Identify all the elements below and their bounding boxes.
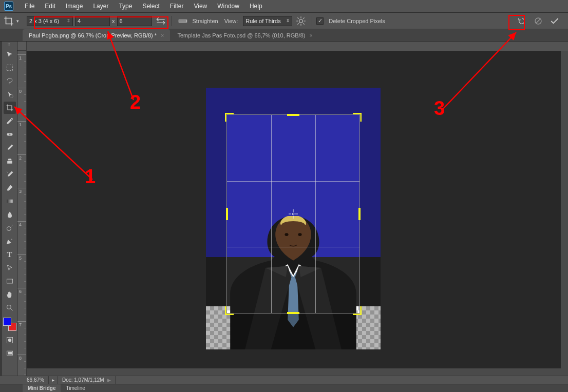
history-brush-tool[interactable] xyxy=(4,168,16,181)
tool-preset-dropdown[interactable]: ▾ xyxy=(16,18,24,24)
divider xyxy=(172,16,172,26)
eyedropper-tool[interactable] xyxy=(4,115,16,127)
dodge-tool[interactable] xyxy=(4,222,16,234)
healing-brush-tool[interactable] xyxy=(4,128,16,141)
document-image[interactable] xyxy=(206,88,381,349)
crop-handle-r[interactable] xyxy=(358,208,361,220)
view-label: View: xyxy=(224,18,238,24)
vertical-ruler[interactable]: 21012345678910 xyxy=(17,51,27,376)
crop-handle-bl[interactable] xyxy=(225,306,234,315)
status-expand-icon[interactable]: ▸ xyxy=(49,376,58,384)
horizontal-scrollbar[interactable] xyxy=(27,368,561,376)
menu-bar: Ps File Edit Image Layer Type Select Fil… xyxy=(0,0,568,13)
crop-handle-t[interactable] xyxy=(287,114,299,116)
tab-timeline[interactable]: Timeline xyxy=(61,384,90,392)
menu-help[interactable]: Help xyxy=(244,1,268,12)
move-tool[interactable] xyxy=(4,48,16,61)
delete-cropped-label[interactable]: Delete Cropped Pixels xyxy=(329,18,385,24)
annotation-number-2: 2 xyxy=(130,91,141,113)
menu-filter[interactable]: Filter xyxy=(165,1,189,12)
document-tab-label: Paul Pogba.png @ 66,7% (Crop Preview, RG… xyxy=(29,32,157,38)
document-tab[interactable]: Paul Pogba.png @ 66,7% (Crop Preview, RG… xyxy=(23,29,170,41)
vertical-scrollbar[interactable] xyxy=(561,51,568,376)
crop-overlay-select[interactable]: Rule of Thirds ⇳ xyxy=(243,16,292,26)
marquee-tool[interactable] xyxy=(4,62,16,74)
menu-select[interactable]: Select xyxy=(137,1,164,12)
crop-center-icon xyxy=(289,209,298,219)
toolbox: ⠿ T xyxy=(2,42,17,376)
divider xyxy=(312,16,312,26)
crop-handle-b[interactable] xyxy=(287,312,299,314)
straighten-icon[interactable] xyxy=(177,15,188,27)
blur-tool[interactable] xyxy=(4,208,16,221)
options-bar: ▾ 2 x 3 (4 x 6) ⇳ 4 x 6 Straighten View:… xyxy=(0,13,568,29)
svg-point-16 xyxy=(292,213,294,215)
zoom-tool[interactable] xyxy=(4,302,16,314)
crop-boundary[interactable] xyxy=(226,114,360,313)
quick-mask-button[interactable] xyxy=(4,334,16,346)
swap-dimensions-button[interactable] xyxy=(155,15,166,27)
annotation-number-3: 3 xyxy=(434,97,445,120)
crop-handle-tr[interactable] xyxy=(352,113,362,122)
menu-type[interactable]: Type xyxy=(113,1,137,12)
lasso-tool[interactable] xyxy=(4,75,16,87)
menu-edit[interactable]: Edit xyxy=(40,1,61,12)
canvas-wrap: 321012345678 21012345678910 xyxy=(17,42,568,376)
status-bar: 66,67% ▸ Doc: 1,07M/1,12M▶ xyxy=(0,376,568,384)
reset-crop-button[interactable] xyxy=(515,15,529,27)
commit-crop-button[interactable] xyxy=(547,15,562,27)
menu-file[interactable]: File xyxy=(20,1,40,12)
menu-image[interactable]: Image xyxy=(61,1,88,12)
crop-preset-select[interactable]: 2 x 3 (4 x 6) ⇳ xyxy=(27,16,73,26)
svg-point-7 xyxy=(7,227,11,231)
color-swatch[interactable] xyxy=(3,318,16,331)
crop-handle-l[interactable] xyxy=(226,208,228,220)
foreground-color-swatch[interactable] xyxy=(3,318,11,326)
doc-size[interactable]: Doc: 1,07M/1,12M▶ xyxy=(58,376,116,384)
crop-handle-br[interactable] xyxy=(352,306,362,315)
crop-options-gear-button[interactable] xyxy=(295,15,307,27)
dimension-separator: x xyxy=(112,18,115,24)
cancel-crop-button[interactable] xyxy=(531,15,545,27)
rectangle-tool[interactable] xyxy=(4,275,16,287)
path-select-tool[interactable] xyxy=(4,262,16,274)
ruler-origin[interactable] xyxy=(17,42,27,51)
app-logo: Ps xyxy=(4,2,13,11)
close-icon[interactable]: × xyxy=(309,32,312,38)
delete-cropped-checkbox[interactable]: ✓ xyxy=(316,17,324,25)
close-icon[interactable]: × xyxy=(161,32,164,38)
straighten-label[interactable]: Straighten xyxy=(193,18,218,24)
canvas[interactable] xyxy=(27,51,568,376)
type-tool[interactable]: T xyxy=(4,248,16,261)
zoom-level[interactable]: 66,67% xyxy=(23,376,49,384)
crop-overlay-value: Rule of Thirds xyxy=(245,18,280,24)
eraser-tool[interactable] xyxy=(4,182,16,194)
panel-grip[interactable]: ⠿ xyxy=(3,44,16,48)
svg-point-11 xyxy=(8,339,11,342)
crop-width-input[interactable]: 4 xyxy=(75,16,110,26)
hand-tool[interactable] xyxy=(4,288,16,301)
svg-point-1 xyxy=(299,19,303,23)
chevron-updown-icon: ⇳ xyxy=(286,18,290,23)
pen-tool[interactable] xyxy=(4,235,16,247)
tab-mini-bridge[interactable]: Mini Bridge xyxy=(23,384,61,392)
svg-rect-3 xyxy=(7,65,12,70)
screen-mode-button[interactable] xyxy=(4,347,16,360)
svg-rect-6 xyxy=(7,200,12,203)
gradient-tool[interactable] xyxy=(4,195,16,207)
crop-tool-icon xyxy=(3,15,14,27)
crop-tool[interactable] xyxy=(4,102,16,114)
menu-window[interactable]: Window xyxy=(212,1,244,12)
brush-tool[interactable] xyxy=(4,142,16,154)
svg-point-9 xyxy=(7,305,11,309)
svg-rect-8 xyxy=(7,279,12,283)
clone-stamp-tool[interactable] xyxy=(4,155,16,167)
menu-view[interactable]: View xyxy=(188,1,212,12)
bottom-panel-tabs: Mini Bridge Timeline xyxy=(0,384,568,392)
crop-handle-tl[interactable] xyxy=(225,113,234,122)
document-tab[interactable]: Template Jas Pas Foto.psd @ 66,7% (010, … xyxy=(171,29,318,41)
quick-select-tool[interactable] xyxy=(4,88,16,101)
menu-layer[interactable]: Layer xyxy=(88,1,113,12)
svg-rect-13 xyxy=(8,352,12,355)
crop-height-input[interactable]: 6 xyxy=(117,16,152,26)
